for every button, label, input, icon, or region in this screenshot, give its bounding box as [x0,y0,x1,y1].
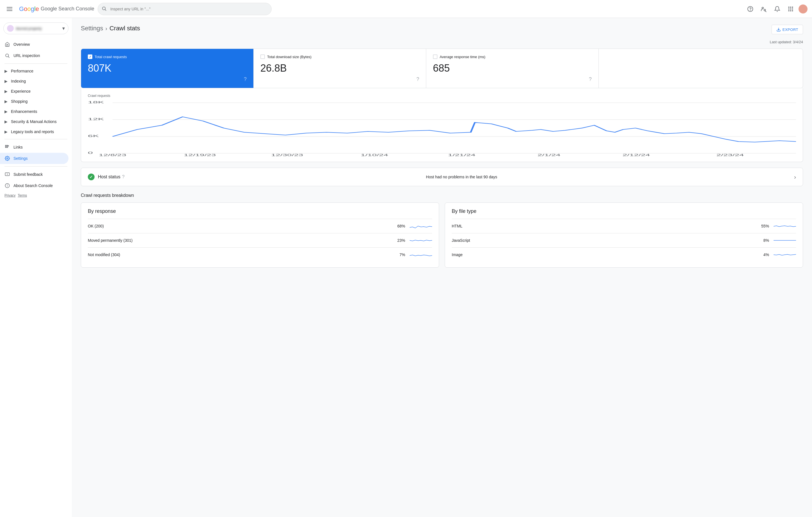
breakdown-cards: By response OK (200) 68% Moved permanent… [81,202,803,268]
home-icon [4,42,10,47]
menu-button[interactable] [4,5,14,13]
stat-card-total-download[interactable]: Total download size (Bytes) 26.8B ? [254,49,426,88]
account-switch-button[interactable] [758,3,770,15]
breakdown-pct: 4% [758,252,769,257]
sidebar-footer-links: Privacy Terms [0,191,72,200]
chevron-right-icon: ▶ [4,99,7,104]
sidebar-item-settings[interactable]: Settings [0,153,68,164]
divider [4,139,67,139]
svg-line-1 [105,9,106,10]
breakdown-title: Crawl requests breakdown [81,193,803,198]
breakdown-pct: 8% [758,238,769,243]
sidebar-group-label: Shopping [11,99,28,104]
sparkline [774,236,796,245]
sidebar-item-about[interactable]: About Search Console [0,180,68,191]
host-status-title: Host status ? [98,174,124,180]
breakdown-label: Moved permanently (301) [88,238,394,243]
sidebar-item-label: About Search Console [13,183,53,188]
stats-row: Total crawl requests 807K ? Total downlo… [81,49,803,88]
svg-rect-11 [792,8,793,9]
chart-y-label: Crawl requests [88,94,796,98]
search-bar [98,3,271,15]
sidebar-group-enhancements[interactable]: ▶ Enhancements [0,106,68,116]
breakdown-card-title: By response [88,208,432,214]
chevron-right-icon: ▶ [4,109,7,114]
stat-value: 685 [433,62,592,74]
breadcrumb-separator: › [106,25,108,32]
terms-link[interactable]: Terms [18,193,27,197]
breakdown-row: Moved permanently (301) 23% [88,233,432,247]
sidebar-item-label: Settings [13,156,28,161]
breadcrumb-current: Crawl stats [110,25,140,32]
svg-text:1/10/24: 1/10/24 [360,154,388,156]
avatar[interactable] [799,4,808,13]
breakdown-label: Not modified (304) [88,252,394,257]
search-input[interactable] [98,3,271,15]
host-status-card[interactable]: ✓ Host status ? Host had no problems in … [81,168,803,186]
chevron-right-icon: ▶ [4,119,7,124]
sidebar-group-label: Enhancements [11,109,37,114]
stat-card-header: Total download size (Bytes) [260,54,419,59]
stat-label: Total download size (Bytes) [267,55,312,59]
logo: Google Google Search Console [19,5,94,12]
sidebar-item-label: Overview [13,42,30,47]
help-icon[interactable]: ? [244,76,246,82]
chart-line [113,117,796,142]
stat-value: 26.8B [260,62,419,74]
page-header: Settings › Crawl stats EXPORT [81,25,803,34]
links-icon [4,144,10,150]
export-button[interactable]: EXPORT [772,25,803,34]
stat-card-total-crawl[interactable]: Total crawl requests 807K ? [81,49,254,88]
sidebar-item-links[interactable]: Links [0,141,68,153]
help-icon[interactable]: ? [416,76,419,82]
sidebar-item-submit-feedback[interactable]: Submit feedback [0,169,68,180]
search-icon [102,6,107,12]
chevron-right-icon: › [794,174,796,180]
svg-text:0: 0 [88,151,93,155]
export-label: EXPORT [783,28,798,32]
svg-point-15 [6,54,9,57]
sidebar-group-label: Legacy tools and reports [11,130,54,134]
privacy-link[interactable]: Privacy [4,193,16,197]
stat-card-avg-response[interactable]: Average response time (ms) 685 ? [426,49,599,88]
host-status-desc: Host had no problems in the last 90 days [129,175,794,179]
sidebar-item-url-inspection[interactable]: URL inspection [0,50,68,61]
help-icon[interactable]: ? [589,76,592,82]
sidebar-group-label: Experience [11,89,31,93]
feedback-icon [4,171,10,177]
svg-rect-19 [5,147,6,148]
stat-card-header: Average response time (ms) [433,54,592,59]
sidebar-group-indexing[interactable]: ▶ Indexing [0,76,68,86]
sidebar-item-overview[interactable]: Overview [0,39,68,50]
search-wrap [98,3,271,15]
topbar-right [745,3,808,15]
sidebar-group-legacy[interactable]: ▶ Legacy tools and reports [0,127,68,137]
notifications-button[interactable] [772,3,783,15]
sidebar-group-performance[interactable]: ▶ Performance [0,66,68,76]
breakdown-card-title: By file type [452,208,796,214]
help-button[interactable] [745,3,756,15]
main-layout: blurred property ▾ Overview URL inspecti… [0,18,812,517]
chevron-right-icon: ▶ [4,69,7,73]
sidebar-group-security[interactable]: ▶ Security & Manual Actions [0,116,68,127]
content: Settings › Crawl stats EXPORT Last updat… [72,18,812,517]
sidebar-group-shopping[interactable]: ▶ Shopping [0,96,68,106]
svg-rect-13 [790,10,791,11]
svg-text:12/30/23: 12/30/23 [271,154,303,156]
property-button[interactable]: blurred property ▾ [3,23,68,34]
svg-text:18K: 18K [88,101,104,104]
breakdown-row: Not modified (304) 7% [88,247,432,262]
svg-point-5 [764,9,766,10]
apps-button[interactable] [785,3,796,15]
settings-icon [4,156,10,161]
breakdown-card-response: By response OK (200) 68% Moved permanent… [81,202,439,268]
svg-text:2/12/24: 2/12/24 [622,154,650,156]
breadcrumb-parent[interactable]: Settings [81,25,103,32]
sidebar-group-experience[interactable]: ▶ Experience [0,86,68,96]
svg-rect-6 [788,6,789,7]
stat-footer: ? [88,76,246,82]
host-status-icon: ✓ [88,173,94,180]
chart-container: Crawl requests 18K 12K 6K 0 12/8/23 [81,88,803,162]
sidebar-group-label: Performance [11,69,33,73]
svg-rect-24 [5,173,9,176]
